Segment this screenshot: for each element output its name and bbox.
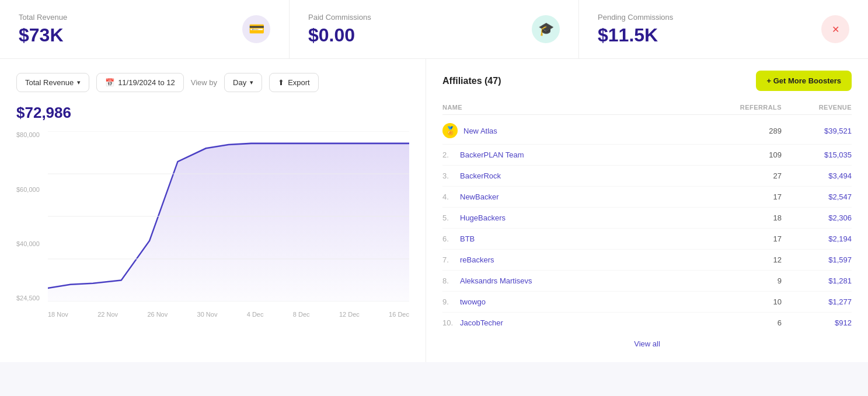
referrals-value: 17 bbox=[712, 192, 782, 201]
revenue-value: $1,281 bbox=[782, 276, 852, 285]
referrals-value: 18 bbox=[712, 213, 782, 222]
paid-commissions-value: $0.00 bbox=[308, 25, 560, 45]
viewby-option-label: Day bbox=[233, 78, 246, 87]
affiliate-name[interactable]: NewBacker bbox=[460, 192, 499, 201]
x-label-8: 16 Dec bbox=[389, 311, 409, 318]
calendar-icon: 📅 bbox=[105, 78, 114, 87]
y-label-4: $24,500 bbox=[16, 295, 44, 302]
name-cell: 2.BackerPLAN Team bbox=[442, 150, 712, 159]
referrals-value: 6 bbox=[712, 318, 782, 327]
revenue-value: $3,494 bbox=[782, 171, 852, 180]
name-cell: 10.JacobTecher bbox=[442, 318, 712, 327]
rank-badge-icon: 🏅 bbox=[442, 123, 458, 138]
col-revenue: REVENUE bbox=[782, 104, 852, 111]
metric-dropdown[interactable]: Total Revenue ▾ bbox=[16, 73, 89, 92]
rank-number: 3. bbox=[442, 171, 454, 180]
rank-number: 9. bbox=[442, 297, 454, 306]
top-cards: Total Revenue $73K 💳 Paid Commissions $0… bbox=[0, 0, 868, 59]
x-label-3: 26 Nov bbox=[147, 311, 168, 318]
revenue-value: $912 bbox=[782, 318, 852, 327]
export-button[interactable]: ⬆ Export bbox=[269, 73, 319, 92]
paid-commissions-label: Paid Commissions bbox=[308, 13, 560, 22]
paid-commissions-card: Paid Commissions $0.00 🎓 bbox=[290, 0, 579, 58]
name-cell: 4.NewBacker bbox=[442, 192, 712, 201]
table-row: 2.BackerPLAN Team109$15,035 bbox=[442, 145, 852, 166]
affiliate-name[interactable]: twowgo bbox=[460, 297, 486, 306]
export-label: Export bbox=[288, 78, 310, 87]
name-cell: 8.Aleksandrs Martisevs bbox=[442, 276, 712, 285]
name-cell: 9.twowgo bbox=[442, 297, 712, 306]
viewby-dropdown[interactable]: Day ▾ bbox=[224, 73, 262, 92]
pending-commissions-label: Pending Commissions bbox=[598, 13, 849, 22]
affiliate-name[interactable]: Aleksandrs Martisevs bbox=[460, 276, 532, 285]
x-axis-labels: 18 Nov 22 Nov 26 Nov 30 Nov 4 Dec 8 Dec … bbox=[48, 311, 409, 318]
total-revenue-label: Total Revenue bbox=[19, 13, 270, 22]
main-area: Total Revenue ▾ 📅 11/19/2024 to 12 View … bbox=[0, 59, 868, 362]
rank-number: 4. bbox=[442, 192, 454, 201]
total-revenue-icon: 💳 bbox=[242, 15, 270, 43]
table-row: 8.Aleksandrs Martisevs9$1,281 bbox=[442, 271, 852, 292]
total-revenue-value: $73K bbox=[19, 25, 270, 45]
get-more-boosters-button[interactable]: + Get More Boosters bbox=[756, 71, 852, 91]
referrals-value: 289 bbox=[712, 127, 782, 135]
chart-svg-wrapper bbox=[48, 131, 409, 302]
x-label-1: 18 Nov bbox=[48, 311, 68, 318]
referrals-value: 12 bbox=[712, 255, 782, 264]
table-row: 6.BTB17$2,194 bbox=[442, 229, 852, 250]
affiliates-table: 🏅New Atlas289$39,5212.BackerPLAN Team109… bbox=[442, 117, 852, 333]
x-label-4: 30 Nov bbox=[197, 311, 218, 318]
chart-toolbar: Total Revenue ▾ 📅 11/19/2024 to 12 View … bbox=[16, 73, 409, 92]
view-all-container: View all bbox=[442, 333, 852, 351]
y-label-1: $80,000 bbox=[16, 131, 44, 138]
name-cell: 7.reBackers bbox=[442, 255, 712, 264]
x-label-6: 8 Dec bbox=[293, 311, 310, 318]
name-cell: 🏅New Atlas bbox=[442, 123, 712, 138]
rank-number: 8. bbox=[442, 276, 454, 285]
revenue-value: $2,547 bbox=[782, 192, 852, 201]
chart-current-value: $72,986 bbox=[16, 104, 409, 122]
y-axis-labels: $80,000 $60,000 $40,000 $24,500 bbox=[16, 131, 44, 302]
y-label-2: $60,000 bbox=[16, 186, 44, 193]
name-cell: 6.BTB bbox=[442, 234, 712, 243]
left-panel: Total Revenue ▾ 📅 11/19/2024 to 12 View … bbox=[0, 59, 426, 362]
pending-commissions-card: Pending Commissions $11.5K ✕ bbox=[579, 0, 868, 58]
affiliate-name[interactable]: BackerRock bbox=[460, 171, 501, 180]
affiliate-name[interactable]: New Atlas bbox=[463, 127, 497, 135]
y-label-3: $40,000 bbox=[16, 240, 44, 247]
x-label-7: 12 Dec bbox=[339, 311, 360, 318]
revenue-value: $39,521 bbox=[782, 127, 852, 135]
affiliate-name[interactable]: BTB bbox=[460, 234, 475, 243]
col-referrals: REFERRALS bbox=[712, 104, 782, 111]
table-row: 3.BackerRock27$3,494 bbox=[442, 166, 852, 187]
affiliates-title: Affiliates (47) bbox=[442, 76, 501, 86]
right-panel: Affiliates (47) + Get More Boosters NAME… bbox=[426, 59, 868, 362]
paid-commissions-icon: 🎓 bbox=[532, 15, 560, 43]
rank-number: 10. bbox=[442, 318, 454, 327]
referrals-value: 10 bbox=[712, 297, 782, 306]
table-headers: NAME REFERRALS REVENUE bbox=[442, 100, 852, 115]
revenue-value: $1,597 bbox=[782, 255, 852, 264]
revenue-value: $15,035 bbox=[782, 150, 852, 159]
table-row: 4.NewBacker17$2,547 bbox=[442, 187, 852, 208]
affiliate-name[interactable]: JacobTecher bbox=[460, 318, 503, 327]
revenue-value: $2,194 bbox=[782, 234, 852, 243]
name-cell: 3.BackerRock bbox=[442, 171, 712, 180]
export-icon: ⬆ bbox=[278, 78, 284, 87]
referrals-value: 109 bbox=[712, 150, 782, 159]
col-name: NAME bbox=[442, 104, 712, 111]
affiliate-name[interactable]: BackerPLAN Team bbox=[460, 150, 524, 159]
view-all-button[interactable]: View all bbox=[634, 339, 660, 348]
table-row: 10.JacobTecher6$912 bbox=[442, 313, 852, 333]
table-row: 9.twowgo10$1,277 bbox=[442, 292, 852, 313]
metric-dropdown-label: Total Revenue bbox=[25, 78, 74, 87]
chart-area: $80,000 $60,000 $40,000 $24,500 bbox=[16, 131, 409, 318]
affiliates-header: Affiliates (47) + Get More Boosters bbox=[442, 71, 852, 91]
affiliate-name[interactable]: reBackers bbox=[460, 255, 494, 264]
viewby-chevron-icon: ▾ bbox=[250, 79, 253, 86]
viewby-label: View by bbox=[191, 78, 217, 87]
affiliate-name[interactable]: HugeBackers bbox=[460, 213, 506, 222]
rank-number: 7. bbox=[442, 255, 454, 264]
referrals-value: 27 bbox=[712, 171, 782, 180]
date-range-picker[interactable]: 📅 11/19/2024 to 12 bbox=[96, 73, 184, 92]
metric-chevron-icon: ▾ bbox=[77, 79, 81, 86]
